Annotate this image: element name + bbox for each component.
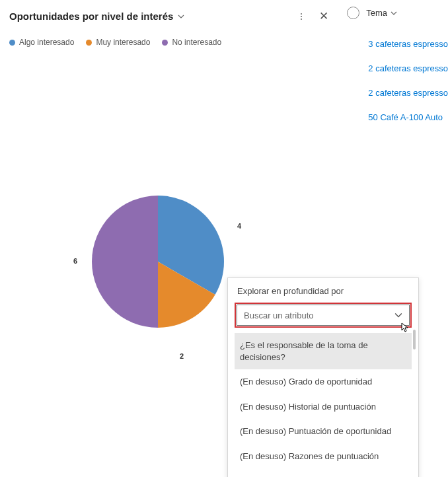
attribute-option[interactable]: ¿Es el responsable de la toma de decisio… [235, 333, 412, 369]
pie-chart[interactable] [85, 189, 231, 334]
cursor-icon [400, 322, 409, 335]
more-options-button[interactable] [298, 11, 305, 22]
attribute-option[interactable]: (En desuso) Puntuación de oportunidad [235, 419, 412, 444]
scrollbar-thumb[interactable] [413, 330, 416, 349]
record-link[interactable]: 2 cafeteras espresso [368, 63, 448, 73]
column-header-label: Tema [366, 8, 387, 18]
attribute-search-highlight: Buscar un atributo [235, 303, 412, 328]
column-header-tema[interactable]: Tema [366, 8, 398, 18]
legend-swatch [9, 40, 15, 46]
drilldown-panel: Explorar en profundidad por Buscar un at… [227, 277, 419, 477]
close-button[interactable]: ✕ [317, 7, 331, 26]
legend-label: No interesado [172, 38, 221, 47]
data-label: 6 [73, 257, 77, 265]
chart-legend: Algo interesado Muy interesado No intere… [9, 38, 339, 47]
legend-item[interactable]: No interesado [162, 38, 221, 47]
legend-swatch [162, 40, 168, 46]
drilldown-label: Explorar en profundidad por [235, 286, 412, 296]
pie-slice-no-interesado[interactable] [92, 196, 158, 328]
select-all-radio[interactable] [347, 7, 359, 19]
search-placeholder: Buscar un atributo [244, 311, 314, 320]
legend-item[interactable]: Muy interesado [86, 38, 150, 47]
legend-label: Algo interesado [19, 38, 74, 47]
data-label: 4 [237, 222, 241, 230]
chevron-down-icon [390, 9, 398, 17]
chevron-down-icon [177, 13, 185, 20]
data-label: 2 [180, 352, 184, 360]
attribute-search-input[interactable]: Buscar un atributo [237, 305, 410, 326]
chart-title-dropdown[interactable]: Oportunidades por nivel de interés [9, 11, 185, 22]
record-link[interactable]: 50 Café A-100 Auto [368, 112, 448, 122]
attribute-option-list: ¿Es el responsable de la toma de decisio… [235, 333, 412, 477]
record-link[interactable]: 3 cafeteras espresso [368, 39, 448, 49]
chart-title: Oportunidades por nivel de interés [9, 11, 173, 22]
attribute-option[interactable]: (En desuso) Razones de puntuación [235, 444, 412, 469]
record-list: 3 cafeteras espresso 2 cafeteras espress… [347, 39, 448, 122]
legend-swatch [86, 40, 92, 46]
close-icon: ✕ [319, 10, 328, 22]
attribute-option[interactable]: (En desuso) Grado de oportunidad [235, 369, 412, 394]
attribute-option[interactable]: (En desuso) Tendencia de puntuación de o… [235, 468, 412, 477]
chevron-down-icon[interactable] [392, 309, 405, 322]
legend-label: Muy interesado [96, 38, 150, 47]
record-link[interactable]: 2 cafeteras espresso [368, 88, 448, 98]
legend-item[interactable]: Algo interesado [9, 38, 74, 47]
attribute-option[interactable]: (En desuso) Historial de puntuación [235, 394, 412, 420]
panel-header: Oportunidades por nivel de interés ✕ [9, 7, 339, 26]
